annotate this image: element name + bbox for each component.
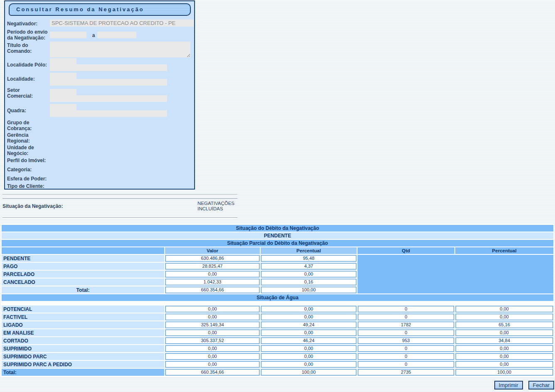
percentual-cell: 49,24 [261,322,356,328]
quadra-codigo-input[interactable] [50,104,76,110]
valor-cell: 0,00 [165,345,259,352]
row-label: CANCELADO [2,279,164,286]
setor-comercial-codigo-input[interactable] [50,89,76,95]
valor-cell: 1.042,33 [165,279,259,285]
table-row: LIGADO 325.149,34 49,24 1782 65,16 [2,321,553,328]
quadra-label: Quadra: [7,108,50,113]
row-label: POTENCIAL [2,306,164,313]
row-label: EM ANALISE [2,329,164,336]
agua-title: Situação de Água [2,294,553,301]
table-row: FACTIVEL 0,00 0,00 0 0,00 [2,313,553,321]
localidade-polo-label: Localidade Pólo: [7,62,50,68]
table-row: SUPRIMIDO PARC A PEDIDO 0,00 0,00 0 0,00 [2,361,553,368]
table-row-total: Total: 660.354,66 100,00 2735 100,00 [2,369,553,376]
spacer [2,302,553,305]
divider [2,198,237,199]
column-header-valor: Valor [165,247,260,254]
titulo-comando-textarea[interactable] [50,42,190,57]
qtd-percentual-cell: 34,84 [456,338,553,344]
percentual-cell: 46,24 [261,338,356,344]
qtd-percentual-cell: 65,16 [456,322,553,328]
periodo-inicio-input[interactable] [50,32,86,38]
qtd-cell: 0 [358,361,454,367]
localidade-codigo-input[interactable] [50,73,76,79]
table-row: CORTADO 305.337,52 46,24 953 34,84 [2,337,553,344]
localidade-polo-descricao-input[interactable] [50,64,167,71]
setor-comercial-descricao-input[interactable] [50,95,167,102]
periodo-separator: a [91,32,96,38]
status-band: PENDENTE [2,232,553,239]
percentual-cell: 95,48 [261,255,356,261]
percentual-cell: 100,00 [261,369,356,375]
qtd-percentual-cell: 0,00 [456,330,553,336]
valor-cell: 0,00 [165,306,259,312]
valor-cell: 28.825,47 [165,263,259,269]
total-label: Total: [2,369,164,376]
consulta-resumo-form: Consultar Resumo da Negativação Negativa… [4,0,195,190]
row-label: FACTIVEL [2,313,164,321]
parcial-title: Situação Parcial do Débito da Negativaçã… [2,240,553,247]
percentual-cell: 0,00 [261,330,356,336]
periodo-fim-input[interactable] [97,32,136,38]
valor-cell: 660.354,66 [165,369,259,375]
percentual-cell: 0,00 [261,314,356,320]
valor-cell: 660.354,66 [165,287,259,293]
negativador-label: Negativador: [7,21,50,27]
valor-cell: 0,00 [165,353,259,360]
qtd-cell: 953 [358,338,454,344]
qtd-percentual-cell: 100,00 [456,369,553,375]
setor-comercial-label: Setor Comercial: [7,87,37,99]
qtd-percentual-cell: 0,00 [456,361,553,367]
fechar-button[interactable]: Fechar [528,381,554,390]
qtd-cell: 2735 [358,369,454,375]
total-label: Total: [2,286,164,293]
localidade-label: Localidade: [7,76,50,82]
qtd-cell: 0 [358,345,454,352]
table-row: SUPRIMIDO 0,00 0,00 0 0,00 [2,345,553,352]
table-row: SUPRIMIDO PARC 0,00 0,00 0 0,00 [2,353,553,360]
row-label: SUPRIMIDO PARC A PEDIDO [2,361,164,368]
qtd-percentual-cell: 0,00 [456,353,553,360]
valor-cell: 0,00 [165,330,259,336]
row-label: SUPRIMIDO PARC [2,353,164,360]
empty-region [358,255,553,293]
row-label: SUPRIMIDO [2,345,164,352]
localidade-descricao-input[interactable] [50,79,167,86]
valor-cell: 305.337,52 [165,338,259,344]
qtd-percentual-cell: 0,00 [456,306,553,312]
valor-cell: 0,00 [165,314,259,320]
situacao-negativacao-label: Situação da Negativação: [2,203,63,209]
valor-cell: 630.486,86 [165,255,259,261]
localidade-polo-codigo-input[interactable] [50,58,76,64]
percentual-cell: 100,00 [261,287,356,293]
imprimir-button[interactable]: Imprimir [494,381,523,390]
percentual-cell: 0,00 [261,271,356,277]
table-row: EM ANALISE 0,00 0,00 0 0,00 [2,329,553,336]
percentual-cell: 0,00 [261,306,356,312]
qtd-cell: 0 [358,306,454,312]
tipo-cliente-label: Tipo de Cliente: [7,183,50,189]
column-header-qtd: Qtd [358,247,454,254]
qtd-cell: 0 [358,353,454,360]
valor-cell: 325.149,34 [165,322,259,328]
qtd-cell: 0 [358,314,454,320]
table-row: PENDENTE 630.486,86 95,48 [2,255,553,262]
button-row: Imprimir Fechar [494,381,554,390]
row-label: PENDENTE [2,255,164,262]
valor-cell: 0,00 [165,361,259,367]
percentual-cell: 0,00 [261,345,356,352]
column-header-percentual-qtd: Percentual [455,247,553,254]
divider [2,217,237,218]
titulo-comando-label: Título do Comando: [7,42,37,54]
gerencia-regional-label: Gerência Regional: [7,132,50,144]
column-header-percentual: Percentual [261,247,357,254]
quadra-descricao-input[interactable] [50,110,167,117]
esfera-poder-label: Esfera de Poder: [7,176,50,182]
perfil-imovel-label: Perfil do Imóvel: [7,158,50,163]
resumo-negativacao-table: Situação do Débito da Negativação PENDEN… [1,224,554,377]
row-label: PARCELADO [2,271,164,278]
qtd-percentual-cell: 0,00 [456,345,553,352]
negativador-input[interactable] [50,20,194,27]
valor-cell: 0,00 [165,271,259,277]
periodo-envio-label: Período do envio da Negativação: [7,29,49,41]
